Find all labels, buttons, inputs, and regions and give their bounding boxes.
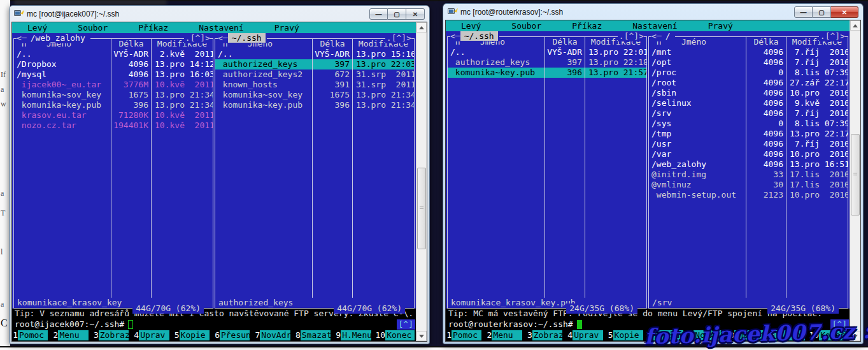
file-row[interactable]: /usr4096 7.říj 2010	[649, 139, 848, 149]
file-date-cell[interactable]: 17.lis 2010	[786, 170, 848, 180]
menu-item-nastavení[interactable]: Nastavení	[632, 21, 677, 31]
file-row[interactable]: /opt4096 7.říj 2010	[649, 57, 848, 68]
fkey-10-konec[interactable]: 10Konec	[376, 330, 416, 340]
file-date-cell[interactable]: 7.říj 2010	[786, 108, 848, 119]
file-row[interactable]: /Dropbox409613.pro 14:12	[14, 59, 213, 69]
file-date-cell[interactable]: 9.kvě 2010	[786, 98, 848, 108]
file-date-cell[interactable]: 10.pro 2010	[786, 149, 848, 159]
file-size-cell[interactable]: 672	[312, 69, 352, 80]
scrollbar-thumb[interactable]	[851, 134, 860, 215]
file-name-cell[interactable]: @initrd.img	[649, 170, 746, 180]
titlebar[interactable]: mc [root@routerkrasov]:~/.ssh — ▢ ✕	[445, 6, 861, 20]
file-size-cell[interactable]: 4096	[746, 57, 786, 68]
menu-item-levý[interactable]: Levý	[461, 21, 481, 31]
file-name-cell[interactable]: komunika~sov_key	[14, 90, 111, 100]
file-date-cell[interactable]: 17.lis 2010	[786, 180, 848, 190]
file-name-cell[interactable]: /var	[649, 149, 746, 159]
file-date-cell[interactable]: 13.pro 15:16	[352, 49, 414, 59]
file-date-cell[interactable]: 13.pro 21:34	[352, 90, 414, 100]
file-size-cell[interactable]: 396	[111, 100, 151, 110]
maximize-button[interactable]: ▢	[813, 6, 831, 18]
fkey-3-zobraz[interactable]: 3Zobraz	[93, 330, 133, 340]
file-name-cell[interactable]: @vmlinuz	[649, 180, 746, 190]
file-size-cell[interactable]: 397	[312, 59, 352, 69]
file-name-cell[interactable]: webmin-setup.out	[649, 190, 746, 200]
file-date-cell[interactable]: 2.kvě 2011	[151, 49, 213, 59]
file-date-cell[interactable]: 10.pro 2010	[786, 190, 848, 200]
fkey-2-menu[interactable]: 2Menu	[486, 330, 526, 340]
file-date-cell[interactable]: 13.pro 21:57	[585, 68, 646, 78]
file-size-cell[interactable]: VYŠ-ADR	[544, 47, 585, 57]
menu-item-příkaz[interactable]: Příkaz	[572, 21, 602, 31]
file-size-cell[interactable]: 3776M	[111, 80, 151, 90]
file-date-cell[interactable]: 8.lis 07:39	[786, 68, 848, 78]
maximize-button[interactable]: ▢	[388, 8, 406, 20]
scrollbar[interactable]	[850, 20, 860, 341]
file-row[interactable]: komunika~sov_key167513.pro 21:34	[14, 90, 213, 100]
file-size-cell[interactable]: 4096	[746, 159, 786, 170]
file-row[interactable]: @vmlinuz3017.lis 2010	[649, 180, 848, 190]
fkey-1-pomoc[interactable]: 1Pomoc	[446, 330, 486, 340]
scrollbar[interactable]	[416, 22, 427, 341]
file-row[interactable]: /..VYŠ-ADR 2.kvě 2011	[14, 49, 213, 59]
file-name-cell[interactable]: /usr	[649, 139, 746, 149]
file-date-cell[interactable]: 31.srp 2011	[352, 69, 414, 80]
menu-item-pravý[interactable]: Pravý	[274, 23, 299, 33]
file-size-cell[interactable]: 4096	[746, 108, 786, 119]
file-row[interactable]: /web_zalohy409613.pro 16:51	[649, 159, 848, 170]
file-row[interactable]: komunika~key.pub39613.pro 21:34	[14, 100, 213, 110]
menu-item-levý[interactable]: Levý	[27, 23, 47, 33]
file-name-cell[interactable]: /sbin	[649, 88, 746, 98]
command-line[interactable]: root@ijacek007:~/.ssh# [^]	[12, 319, 416, 330]
file-date-cell[interactable]: 27.zář 22:17	[786, 78, 848, 88]
file-date-cell[interactable]: 13.pro 21:34	[151, 90, 213, 100]
file-row[interactable]: /srv4096 7.říj 2010	[649, 108, 848, 119]
file-name-cell[interactable]: komunika~key.pub	[448, 68, 544, 78]
file-name-cell[interactable]: /selinux	[649, 98, 746, 108]
fkey-4-uprav[interactable]: 4Uprav	[133, 330, 173, 340]
file-name-cell[interactable]: /proc	[649, 68, 746, 78]
close-button[interactable]: ✕	[406, 8, 425, 20]
file-date-cell[interactable]: 10.kvě 2011	[151, 110, 213, 120]
fkey-8-smazat[interactable]: 8Smazat	[295, 330, 335, 340]
file-date-cell[interactable]: 13.pro 22:01	[585, 47, 646, 57]
file-size-cell[interactable]: 4096	[746, 78, 786, 88]
fkey-1-pomoc[interactable]: 1Pomoc	[12, 330, 52, 340]
file-size-cell[interactable]: 4096	[746, 98, 786, 108]
fkey-7-novadr[interactable]: 7NovAdr	[254, 330, 294, 340]
file-row[interactable]: @initrd.img3317.lis 2010	[649, 170, 848, 180]
file-row[interactable]: /var409610.pro 2010	[649, 149, 848, 159]
file-name-cell[interactable]: /opt	[649, 57, 746, 68]
file-size-cell[interactable]: 30	[746, 180, 786, 190]
file-size-cell[interactable]: 4096	[746, 129, 786, 139]
scroll-up-icon[interactable]	[416, 22, 427, 33]
file-row[interactable]: /mysql409613.pro 16:03	[14, 69, 213, 80]
file-size-cell[interactable]: 4096	[111, 59, 151, 69]
file-size-cell[interactable]: 4096	[111, 69, 151, 80]
file-size-cell[interactable]: 33	[746, 170, 786, 180]
panel-resize-badge[interactable]: [^]	[397, 319, 415, 330]
file-size-cell[interactable]: 1675	[312, 90, 352, 100]
column-headers[interactable]: 'n Jméno Délka Modifikace	[14, 39, 213, 49]
file-name-cell[interactable]: /web_zalohy	[649, 159, 746, 170]
file-row[interactable]: /root409627.zář 22:17	[649, 78, 848, 88]
file-row[interactable]: /..VYŠ-ADR13.pro 15:16	[215, 49, 414, 59]
file-size-cell[interactable]: VYŠ-ADR	[312, 49, 352, 59]
column-headers[interactable]: 'n Jméno Délka Modifikace	[215, 39, 414, 49]
file-row[interactable]: komunika~key.pub39613.pro 21:34	[215, 100, 414, 110]
file-date-cell[interactable]: 10.kvě 2011	[151, 80, 213, 90]
file-name-cell[interactable]: /sys	[649, 119, 746, 129]
file-size-cell[interactable]: 397	[544, 57, 585, 68]
file-row[interactable]: known_hosts39131.srp 2011	[215, 80, 414, 90]
file-size-cell[interactable]: 0	[746, 68, 786, 78]
file-size-cell[interactable]: 4096	[746, 149, 786, 159]
file-name-cell[interactable]: authorized_keys2	[215, 69, 312, 80]
file-row[interactable]: authorized_keys39713.pro 22:18	[448, 57, 646, 68]
menu-item-nastavení[interactable]: Nastavení	[199, 23, 243, 33]
file-row[interactable]: /..VYŠ-ADR13.pro 22:01	[448, 47, 646, 57]
file-name-cell[interactable]: /..	[14, 49, 111, 59]
file-name-cell[interactable]: /root	[649, 78, 746, 88]
file-date-cell[interactable]: 31.srp 2011	[352, 80, 414, 90]
minimize-button[interactable]: —	[369, 8, 388, 20]
file-name-cell[interactable]: authorized_keys	[448, 57, 544, 68]
